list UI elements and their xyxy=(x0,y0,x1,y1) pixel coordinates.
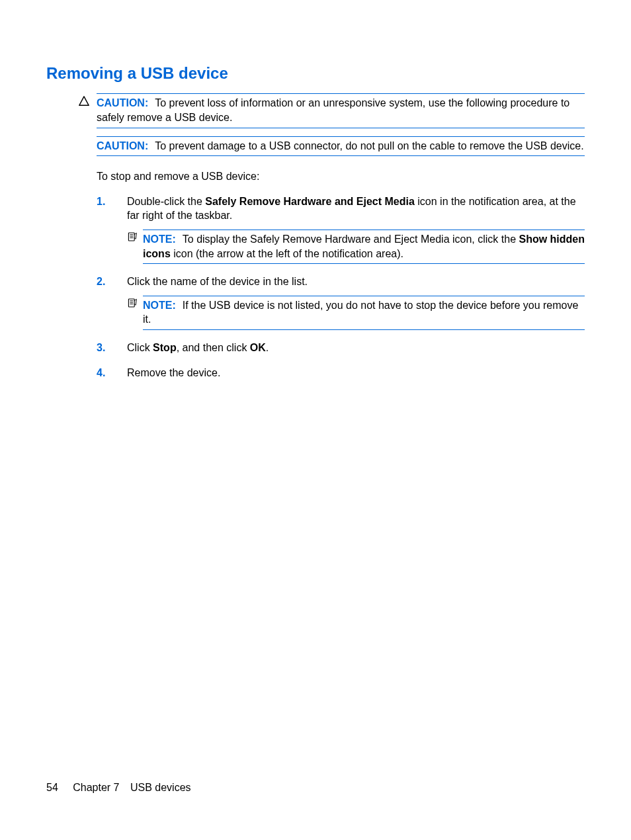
note-block-2: NOTE:If the USB device is not listed, yo… xyxy=(143,296,585,330)
step-text: Click Stop, and then click OK. xyxy=(127,342,269,353)
caution-block-2: CAUTION:To prevent damage to a USB conne… xyxy=(97,136,585,157)
document-page: Removing a USB device CAUTION:To prevent… xyxy=(0,0,631,840)
step-number: 4. xyxy=(97,366,105,380)
note-icon xyxy=(127,231,140,245)
note-icon xyxy=(127,298,140,311)
note-text: To display the Safely Remove Hardware an… xyxy=(143,233,585,259)
caution-text: To prevent loss of information or an unr… xyxy=(97,97,569,123)
page-number: 54 xyxy=(46,780,58,795)
svg-rect-4 xyxy=(128,299,134,307)
body-content: CAUTION:To prevent loss of information o… xyxy=(97,93,585,380)
step-number: 1. xyxy=(97,194,105,209)
page-title: Removing a USB device xyxy=(46,63,585,84)
steps-list: 1. Double-click the Safely Remove Hardwa… xyxy=(97,194,585,380)
caution-icon xyxy=(78,95,91,108)
chapter-label: Chapter 7 xyxy=(73,780,119,795)
section-label: USB devices xyxy=(130,782,191,793)
caution-label: CAUTION: xyxy=(97,140,148,151)
step-2: 2. Click the name of the device in the l… xyxy=(97,274,585,330)
svg-rect-0 xyxy=(128,233,134,241)
note-text: If the USB device is not listed, you do … xyxy=(143,300,578,325)
note-block-1: NOTE:To display the Safely Remove Hardwa… xyxy=(143,230,585,264)
step-3: 3. Click Stop, and then click OK. xyxy=(97,341,585,355)
step-text: Click the name of the device in the list… xyxy=(127,276,308,287)
step-4: 4. Remove the device. xyxy=(97,366,585,380)
step-number: 3. xyxy=(97,341,105,355)
step-number: 2. xyxy=(97,274,105,289)
page-footer: 54 Chapter 7 USB devices xyxy=(46,780,191,795)
caution-label: CAUTION: xyxy=(97,97,148,108)
caution-block-1: CAUTION:To prevent loss of information o… xyxy=(97,93,585,128)
step-1: 1. Double-click the Safely Remove Hardwa… xyxy=(97,194,585,264)
note-label: NOTE: xyxy=(143,233,176,245)
step-text: Double-click the Safely Remove Hardware … xyxy=(127,196,576,222)
intro-text: To stop and remove a USB device: xyxy=(97,169,585,184)
caution-text: To prevent damage to a USB connector, do… xyxy=(155,140,583,151)
note-label: NOTE: xyxy=(143,300,176,311)
step-text: Remove the device. xyxy=(127,367,220,378)
